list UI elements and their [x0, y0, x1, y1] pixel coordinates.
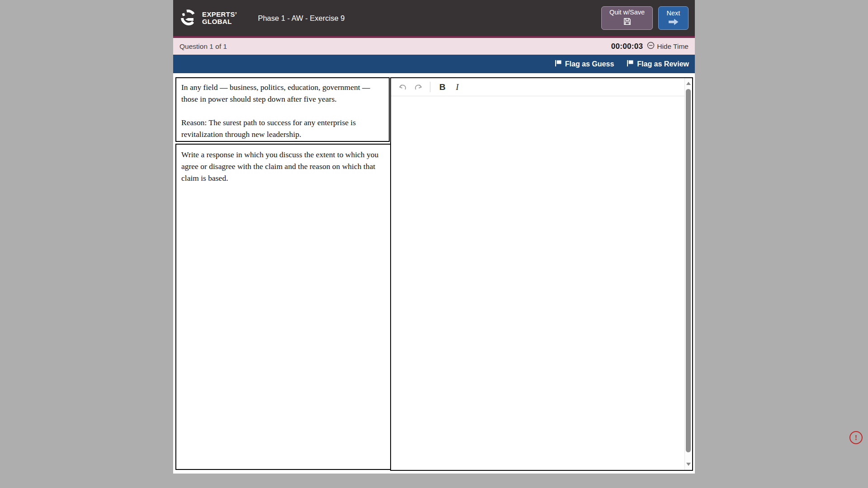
timer-value: 00:00:03	[611, 42, 643, 51]
task-box: Write a response in which you discuss th…	[175, 144, 391, 470]
logo-wordmark: EXPERTS’ GLOBAL	[202, 11, 237, 25]
essay-input[interactable]	[391, 97, 684, 470]
header: EXPERTS’ GLOBAL Phase 1 - AW - Exercise …	[173, 0, 695, 36]
question-count: Question 1 of 1	[179, 42, 227, 51]
editor-toolbar: B I	[391, 78, 684, 96]
reason-text: Reason: The surest path to success for a…	[181, 117, 384, 140]
exam-window: EXPERTS’ GLOBAL Phase 1 - AW - Exercise …	[173, 0, 695, 474]
logo-line2: GLOBAL	[202, 18, 237, 25]
bold-button[interactable]: B	[436, 81, 448, 93]
exercise-title: Phase 1 - AW - Exercise 9	[258, 14, 344, 23]
save-floppy-icon	[623, 17, 632, 28]
flag-as-review-button[interactable]: Flag as Review	[627, 60, 689, 69]
flag-icon	[627, 60, 633, 69]
logo-line1: EXPERTS’	[202, 11, 237, 18]
flag-guess-label: Flag as Guess	[565, 60, 614, 68]
alert-icon[interactable]: !	[849, 431, 863, 444]
toolbar-divider	[430, 82, 430, 92]
italic-button[interactable]: I	[451, 81, 463, 93]
hide-time-button[interactable]: Hide Time	[647, 42, 689, 51]
task-text: Write a response in which you discuss th…	[181, 149, 385, 184]
timer-group: 00:00:03 Hide Time	[611, 42, 689, 51]
essay-editor-panel: B I	[390, 77, 693, 471]
claim-box: In any field — business, politics, educa…	[175, 77, 390, 142]
redo-button[interactable]	[412, 81, 424, 93]
question-bar: Question 1 of 1 00:00:03 Hide Time	[173, 38, 695, 55]
flag-review-label: Flag as Review	[637, 60, 689, 68]
scrollbar-thumb[interactable]	[686, 89, 691, 452]
hide-time-label: Hide Time	[657, 42, 689, 51]
flag-as-guess-button[interactable]: Flag as Guess	[555, 60, 614, 69]
flag-bar: Flag as Guess Flag as Review	[173, 55, 695, 73]
circle-minus-icon	[647, 42, 655, 51]
next-arrow-icon	[668, 19, 679, 27]
undo-button[interactable]	[397, 81, 409, 93]
quit-save-button[interactable]: Quit w/Save	[601, 6, 653, 30]
main-content: In any field — business, politics, educa…	[173, 73, 695, 474]
flag-icon	[555, 60, 561, 69]
quit-save-label: Quit w/Save	[609, 9, 645, 16]
scroll-up-button[interactable]	[686, 82, 691, 85]
next-label: Next	[667, 9, 680, 17]
scrollbar-track[interactable]	[684, 78, 692, 470]
next-button[interactable]: Next	[658, 6, 689, 30]
scroll-down-button[interactable]	[686, 463, 691, 466]
logo-g-icon	[179, 8, 198, 28]
claim-text: In any field — business, politics, educa…	[181, 81, 384, 105]
experts-global-logo: EXPERTS’ GLOBAL	[179, 8, 237, 28]
